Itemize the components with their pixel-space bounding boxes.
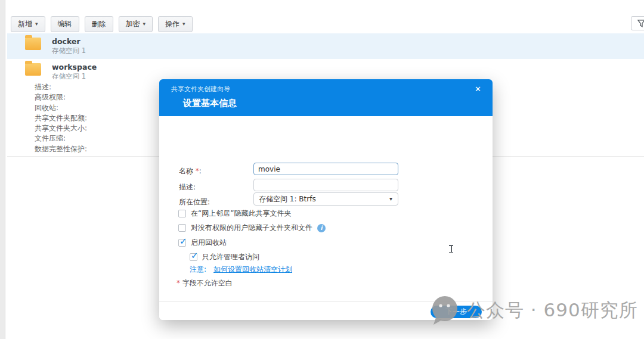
- folder-name: workspace: [52, 63, 97, 71]
- folder-name: docker: [52, 37, 80, 46]
- text-cursor-pointer: [448, 245, 454, 253]
- checkbox-unchecked[interactable]: [178, 224, 186, 232]
- dialog-header[interactable]: 共享文件夹创建向导 ✕ 设置基本信息: [159, 79, 493, 116]
- dialog-body: 名称 *: 描述: 所在位置: 存储空间 1: Btrfs ▾ 在“网上邻居”隐…: [159, 116, 493, 320]
- detail-label-size: 共享文件夹大小:: [35, 123, 87, 133]
- name-input[interactable]: [253, 163, 398, 175]
- folder-icon: [25, 63, 41, 76]
- checkbox-admin-only-access[interactable]: ✓ 只允许管理者访问: [190, 252, 259, 262]
- detail-label-recycle-bin: 回收站:: [35, 103, 87, 113]
- name-field-label: 名称 *:: [179, 166, 202, 176]
- delete-button-label: 删除: [92, 19, 106, 29]
- folder-icon: [25, 38, 41, 50]
- recycle-bin-schedule-link[interactable]: 如何设置回收站清空计划: [213, 265, 292, 273]
- detail-label-advanced-permissions: 高级权限:: [35, 92, 87, 102]
- action-button-label: 操作: [165, 19, 179, 29]
- chevron-down-icon: ▾: [182, 21, 185, 27]
- check-icon: ✓: [179, 236, 187, 247]
- funnel-icon: [637, 20, 644, 27]
- checkbox-unchecked[interactable]: [178, 210, 186, 217]
- chevron-down-icon: ▾: [143, 21, 146, 27]
- checkbox-enable-recycle-bin[interactable]: ✓ 启用回收站: [178, 238, 227, 248]
- checkbox-hide-subfolders-no-permission[interactable]: 对没有权限的用户隐藏子文件夹和文件 i: [178, 223, 326, 233]
- detail-label-data-integrity: 数据完整性保护:: [35, 144, 87, 154]
- location-select-value: 存储空间 1: Btrfs: [259, 194, 316, 204]
- location-field-label: 所在位置:: [179, 197, 210, 207]
- watermark-text: 公众号 · 690研究所: [467, 298, 638, 323]
- delete-button[interactable]: 删除: [85, 16, 113, 32]
- list-item[interactable]: workspace 存储空间 1: [7, 59, 644, 81]
- detail-label-quota: 共享文件夹配额:: [35, 113, 87, 123]
- required-field-footnote: * 字段不允许空白: [177, 278, 233, 288]
- edit-button[interactable]: 编辑: [51, 16, 79, 32]
- create-button[interactable]: 新增 ▾: [11, 16, 45, 32]
- action-button[interactable]: 操作 ▾: [158, 16, 193, 32]
- note-label: 注意:: [190, 265, 206, 273]
- chevron-down-icon: ▾: [389, 195, 392, 202]
- description-input[interactable]: [253, 179, 398, 191]
- shared-folder-wizard-dialog: 共享文件夹创建向导 ✕ 设置基本信息 名称 *: 描述: 所在位置: 存储空间 …: [159, 79, 493, 320]
- encrypt-button[interactable]: 加密 ▾: [119, 16, 153, 32]
- checkbox-checked[interactable]: ✓: [190, 253, 197, 261]
- filter-button[interactable]: [631, 16, 644, 30]
- checkbox-checked[interactable]: ✓: [178, 239, 186, 247]
- description-field-label: 描述:: [179, 182, 196, 192]
- close-icon[interactable]: ✕: [473, 83, 483, 95]
- dialog-footer: 下一步: [159, 301, 493, 320]
- folder-details: 描述: 高级权限: 回收站: 共享文件夹配额: 共享文件夹大小: 文件压缩: 数…: [35, 82, 87, 154]
- detail-label-compression: 文件压缩:: [35, 133, 87, 144]
- step-title: 设置基本信息: [183, 98, 237, 109]
- shared-folder-toolbar: 新增 ▾ 编辑 删除 加密 ▾ 操作 ▾: [11, 16, 193, 32]
- folder-location: 存储空间 1: [52, 46, 86, 55]
- info-icon[interactable]: i: [317, 224, 326, 232]
- background-window-edge: [0, 0, 5, 339]
- detail-label-description: 描述:: [35, 82, 87, 92]
- list-item[interactable]: docker 存储空间 1: [7, 33, 644, 59]
- next-button[interactable]: 下一步: [431, 306, 482, 318]
- check-icon: ✓: [191, 250, 199, 261]
- checkbox-hide-network-neighborhood[interactable]: 在“网上邻居”隐藏此共享文件夹: [178, 209, 291, 219]
- edit-button-label: 编辑: [58, 19, 72, 29]
- create-button-label: 新增: [18, 19, 32, 29]
- chevron-down-icon: ▾: [35, 21, 38, 27]
- folder-location: 存储空间 1: [52, 72, 86, 81]
- location-select[interactable]: 存储空间 1: Btrfs ▾: [253, 192, 398, 206]
- encrypt-button-label: 加密: [126, 19, 140, 29]
- dialog-title: 共享文件夹创建向导: [171, 85, 230, 94]
- recycle-bin-note: 注意:如何设置回收站清空计划: [190, 265, 292, 275]
